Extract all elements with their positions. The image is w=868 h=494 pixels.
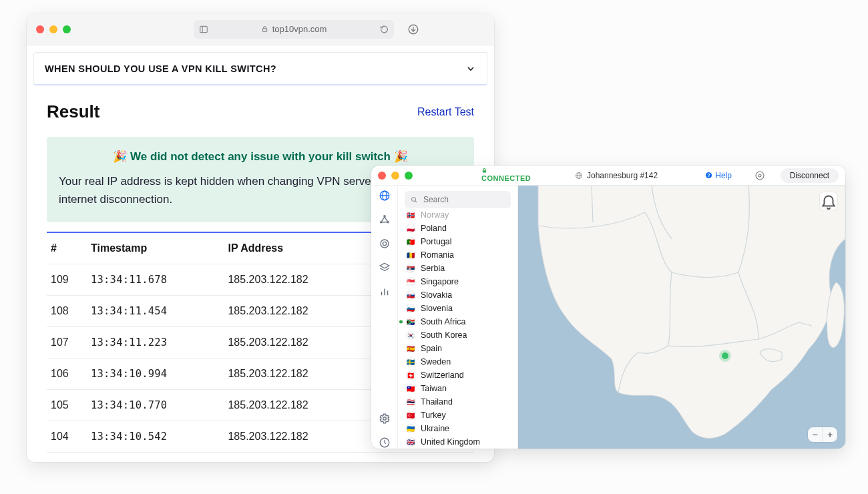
flag-icon: 🇷🇸 xyxy=(406,264,415,273)
country-list[interactable]: 🇳🇴 Norway 🇵🇱Poland🇵🇹Portugal🇷🇴Romania🇷🇸S… xyxy=(398,211,517,449)
address-bar[interactable]: top10vpn.com xyxy=(194,20,394,39)
list-item[interactable]: 🇸🇪Sweden xyxy=(398,355,517,368)
country-name: Sweden xyxy=(421,357,451,366)
window-controls xyxy=(36,25,71,33)
account-icon[interactable] xyxy=(754,170,765,181)
col-index: # xyxy=(47,232,87,264)
flag-icon: 🇹🇼 xyxy=(406,384,415,393)
flag-icon: 🇵🇱 xyxy=(406,224,415,233)
list-item[interactable]: 🇷🇴Romania xyxy=(398,248,517,262)
search-input[interactable] xyxy=(405,191,511,208)
flag-icon: 🇸🇰 xyxy=(406,290,415,300)
meshnet-icon[interactable] xyxy=(379,214,391,226)
list-item[interactable]: 🇨🇭Switzerland xyxy=(398,368,517,382)
vpn-sidebar xyxy=(371,186,398,449)
map[interactable]: − + xyxy=(518,186,845,449)
minimize-window-button[interactable] xyxy=(49,25,57,33)
country-name: South Africa xyxy=(421,317,465,326)
cell-timestamp: 13:34:11.454 xyxy=(87,295,224,326)
help-link[interactable]: ? Help xyxy=(705,171,732,180)
flag-icon: 🇸🇬 xyxy=(406,277,415,286)
maximize-window-button[interactable] xyxy=(405,172,413,180)
settings-icon[interactable] xyxy=(379,413,391,425)
flag-icon: 🇿🇦 xyxy=(406,317,415,326)
window-controls xyxy=(378,172,413,180)
list-item[interactable]: 🇷🇸Serbia xyxy=(398,262,517,275)
faq-accordion[interactable]: WHEN SHOULD YOU USE A VPN KILL SWITCH? xyxy=(33,52,487,85)
country-name: South Korea xyxy=(421,330,467,340)
disconnect-button[interactable]: Disconnect xyxy=(781,168,839,183)
list-item[interactable]: 🇿🇦South Africa xyxy=(398,315,517,328)
cell-ip: 185.203.122.182 xyxy=(224,264,367,295)
svg-point-20 xyxy=(383,242,386,245)
minimize-window-button[interactable] xyxy=(391,172,399,180)
notifications-button[interactable] xyxy=(820,192,837,210)
list-item[interactable]: 🇹🇭Thailand xyxy=(398,395,517,409)
cell-ip: 185.203.122.182 xyxy=(224,421,367,452)
reload-icon[interactable] xyxy=(380,25,389,33)
svg-point-11 xyxy=(756,172,764,180)
flag-icon: 🇷🇴 xyxy=(406,250,415,260)
svg-point-17 xyxy=(380,222,381,223)
target-icon[interactable] xyxy=(379,238,391,250)
sidebar-toggle-icon[interactable] xyxy=(199,25,208,34)
browser-titlebar: top10vpn.com xyxy=(27,13,494,45)
flag-icon: 🇺🇦 xyxy=(406,424,415,433)
close-window-button[interactable] xyxy=(378,172,386,180)
list-item[interactable]: 🇵🇱Poland xyxy=(398,222,517,235)
history-icon[interactable] xyxy=(379,437,391,449)
list-item[interactable]: 🇰🇷South Korea xyxy=(398,328,517,342)
layers-icon[interactable] xyxy=(379,262,391,274)
maximize-window-button[interactable] xyxy=(63,25,71,33)
svg-text:?: ? xyxy=(708,173,710,178)
svg-point-16 xyxy=(383,216,385,217)
list-item[interactable]: 🇸🇰Slovakia xyxy=(398,288,517,302)
svg-point-25 xyxy=(383,417,386,421)
downloads-icon[interactable] xyxy=(407,23,419,35)
country-panel: 🇳🇴 Norway 🇵🇱Poland🇵🇹Portugal🇷🇴Romania🇷🇸S… xyxy=(398,186,518,449)
list-item[interactable]: 🇳🇴 Norway xyxy=(398,211,517,222)
list-item[interactable]: 🇹🇷Turkey xyxy=(398,409,517,422)
restart-test-link[interactable]: Restart Test xyxy=(417,106,474,118)
cell-timestamp: 13:34:10.994 xyxy=(87,358,224,389)
accordion-title: WHEN SHOULD YOU USE A VPN KILL SWITCH? xyxy=(45,63,276,74)
zoom-out-button[interactable]: − xyxy=(808,427,823,442)
server-pin[interactable] xyxy=(722,352,728,359)
vpn-titlebar: CONNECTED Johannesburg #142 ? Help Disco… xyxy=(371,166,845,185)
country-name: Ukraine xyxy=(421,424,449,433)
country-name: Portugal xyxy=(421,237,452,246)
stats-icon[interactable] xyxy=(379,286,391,298)
flag-icon: 🇬🇧 xyxy=(406,437,415,447)
list-item[interactable]: 🇵🇹Portugal xyxy=(398,235,517,248)
col-ip: IP Address xyxy=(224,232,367,264)
svg-point-19 xyxy=(381,240,389,248)
close-window-button[interactable] xyxy=(36,25,44,33)
list-item[interactable]: 🇸🇮Slovenia xyxy=(398,302,517,315)
flag-icon: 🇵🇹 xyxy=(406,237,415,246)
flag-icon: 🇰🇷 xyxy=(406,330,415,340)
zoom-in-button[interactable]: + xyxy=(823,427,837,442)
cell-ip: 185.203.122.182 xyxy=(224,326,367,358)
country-name: Turkey xyxy=(421,411,446,420)
lock-icon xyxy=(261,25,268,33)
chevron-down-icon xyxy=(465,63,476,74)
vpn-app-window: CONNECTED Johannesburg #142 ? Help Disco… xyxy=(371,166,845,449)
cell-index: 106 xyxy=(47,358,87,389)
cell-index: 108 xyxy=(47,295,87,326)
list-item[interactable]: 🇹🇼Taiwan xyxy=(398,382,517,395)
search-field[interactable] xyxy=(422,194,505,205)
country-name: Thailand xyxy=(421,397,453,407)
list-item[interactable]: 🇺🇦Ukraine xyxy=(398,422,517,435)
svg-point-12 xyxy=(758,174,761,177)
help-icon: ? xyxy=(705,172,712,179)
current-server[interactable]: Johannesburg #142 xyxy=(575,171,658,180)
svg-line-28 xyxy=(415,201,417,202)
cell-ip: 185.203.122.182 xyxy=(224,295,367,326)
list-item[interactable]: 🇬🇧United Kingdom xyxy=(398,435,517,449)
result-heading: Result xyxy=(47,101,99,122)
globe-icon[interactable] xyxy=(379,190,391,202)
cell-timestamp: 13:34:10.770 xyxy=(87,389,224,421)
url-text: top10vpn.com xyxy=(272,24,327,34)
list-item[interactable]: 🇪🇸Spain xyxy=(398,342,517,355)
list-item[interactable]: 🇸🇬Singapore xyxy=(398,275,517,288)
